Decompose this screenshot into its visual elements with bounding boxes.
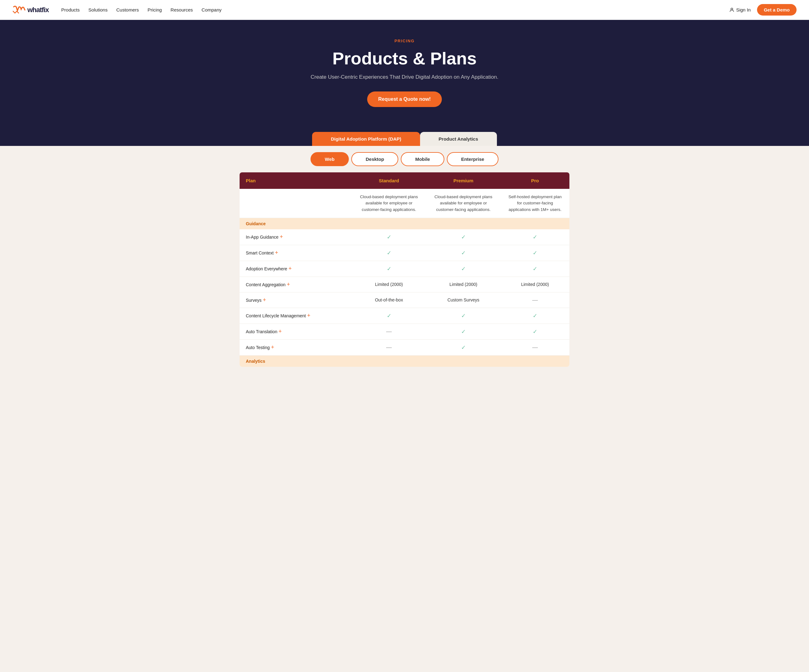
expand-icon[interactable]: +: [307, 312, 311, 318]
check-icon: ✓: [533, 234, 537, 240]
expand-icon[interactable]: +: [289, 265, 292, 271]
check-icon: ✓: [387, 234, 391, 240]
feature-name: Content Lifecycle Management +: [240, 308, 352, 323]
expand-icon[interactable]: +: [275, 250, 278, 256]
tab-web[interactable]: Web: [311, 152, 349, 166]
hero-title: Products & Plans: [6, 48, 803, 69]
plan-desc-empty: [240, 189, 352, 218]
col-premium: Premium: [426, 173, 501, 189]
col-pro: Pro: [501, 173, 569, 189]
expand-icon[interactable]: +: [287, 281, 290, 287]
col-plan: Plan: [240, 173, 352, 189]
check-icon: ✓: [461, 344, 466, 350]
feature-name: Content Aggregation +: [240, 277, 352, 292]
feature-name: Surveys +: [240, 292, 352, 308]
dash-icon: —: [386, 344, 392, 350]
premium-value: ✓: [426, 339, 501, 355]
guidance-label: Guidance: [240, 218, 569, 229]
description-row: Cloud-based deployment plans available f…: [240, 189, 569, 218]
hero-section: PRICING Products & Plans Create User-Cen…: [0, 20, 809, 132]
check-icon: ✓: [461, 328, 466, 335]
col-standard: Standard: [352, 173, 426, 189]
pro-value: ✓: [501, 261, 569, 277]
table-row: Surveys + Out-of-the-box Custom Surveys …: [240, 292, 569, 308]
tab-desktop[interactable]: Desktop: [351, 152, 398, 166]
table-row: In-App Guidance + ✓ ✓ ✓: [240, 229, 569, 245]
expand-icon[interactable]: +: [279, 328, 282, 334]
expand-icon[interactable]: +: [280, 234, 283, 240]
check-icon: ✓: [533, 328, 537, 335]
navbar: whatfix Products Solutions Customers Pri…: [0, 0, 809, 20]
feature-name: Adoption Everywhere +: [240, 261, 352, 277]
pricing-table: Plan Standard Premium Pro Cloud-based de…: [240, 173, 569, 367]
table-row: Auto Testing + — ✓ —: [240, 339, 569, 355]
standard-desc: Cloud-based deployment plans available f…: [352, 189, 426, 218]
premium-desc: Cloud-based deployment plans available f…: [426, 189, 501, 218]
main-tabs: Digital Adoption Platform (DAP) Product …: [0, 132, 809, 146]
dash-icon: —: [532, 297, 538, 303]
dash-icon: —: [532, 344, 538, 350]
tab-mobile[interactable]: Mobile: [401, 152, 444, 166]
premium-value: Limited (2000): [426, 277, 501, 292]
pro-value: ✓: [501, 323, 569, 339]
tab-product-analytics[interactable]: Product Analytics: [420, 132, 497, 146]
check-icon: ✓: [461, 266, 466, 272]
premium-value: ✓: [426, 229, 501, 245]
pricing-table-wrapper: Plan Standard Premium Pro Cloud-based de…: [233, 173, 576, 379]
check-icon: ✓: [461, 250, 466, 256]
check-icon: ✓: [387, 266, 391, 272]
svg-point-0: [731, 8, 733, 10]
request-quote-button[interactable]: Request a Quote now!: [367, 92, 442, 107]
feature-name: In-App Guidance +: [240, 229, 352, 245]
hero-subtitle: Create User-Centric Experiences That Dri…: [6, 74, 803, 80]
logo[interactable]: whatfix: [12, 5, 49, 15]
premium-value: ✓: [426, 308, 501, 323]
nav-pricing[interactable]: Pricing: [148, 7, 162, 12]
pro-value: —: [501, 292, 569, 308]
pro-desc: Self-hosted deployment plan for customer…: [501, 189, 569, 218]
nav-solutions[interactable]: Solutions: [88, 7, 107, 12]
standard-value: Out-of-the-box: [352, 292, 426, 308]
dash-icon: —: [386, 328, 392, 334]
standard-value: ✓: [352, 261, 426, 277]
get-demo-button[interactable]: Get a Demo: [757, 4, 797, 15]
check-icon: ✓: [461, 234, 466, 240]
nav-resources[interactable]: Resources: [171, 7, 193, 12]
check-icon: ✓: [533, 266, 537, 272]
feature-name: Auto Testing +: [240, 339, 352, 355]
premium-value: ✓: [426, 323, 501, 339]
standard-value: ✓: [352, 308, 426, 323]
tab-dap[interactable]: Digital Adoption Platform (DAP): [312, 132, 420, 146]
premium-value: Custom Surveys: [426, 292, 501, 308]
check-icon: ✓: [533, 313, 537, 319]
nav-products[interactable]: Products: [61, 7, 80, 12]
table-row: Content Aggregation + Limited (2000) Lim…: [240, 277, 569, 292]
hero-label: PRICING: [6, 39, 803, 43]
expand-icon[interactable]: +: [271, 344, 274, 350]
standard-value: ✓: [352, 245, 426, 261]
expand-icon[interactable]: +: [263, 297, 266, 303]
standard-value: ✓: [352, 229, 426, 245]
table-row: Auto Translation + — ✓ ✓: [240, 323, 569, 339]
table-row: Content Lifecycle Management + ✓ ✓ ✓: [240, 308, 569, 323]
nav-links: Products Solutions Customers Pricing Res…: [61, 7, 729, 12]
sub-tabs: Web Desktop Mobile Enterprise: [0, 146, 809, 166]
nav-company[interactable]: Company: [201, 7, 222, 12]
pro-value: ✓: [501, 245, 569, 261]
sign-in-button[interactable]: Sign In: [729, 7, 751, 12]
section-analytics: Analytics: [240, 355, 569, 367]
check-icon: ✓: [387, 313, 391, 319]
tab-enterprise[interactable]: Enterprise: [447, 152, 498, 166]
standard-value: Limited (2000): [352, 277, 426, 292]
check-icon: ✓: [461, 313, 466, 319]
nav-right: Sign In Get a Demo: [729, 4, 797, 15]
table-row: Adoption Everywhere + ✓ ✓ ✓: [240, 261, 569, 277]
section-guidance: Guidance: [240, 218, 569, 229]
table-row: Smart Context + ✓ ✓ ✓: [240, 245, 569, 261]
standard-value: —: [352, 323, 426, 339]
feature-name: Smart Context +: [240, 245, 352, 261]
pro-value: ✓: [501, 308, 569, 323]
nav-customers[interactable]: Customers: [116, 7, 139, 12]
pro-value: Limited (2000): [501, 277, 569, 292]
premium-value: ✓: [426, 261, 501, 277]
